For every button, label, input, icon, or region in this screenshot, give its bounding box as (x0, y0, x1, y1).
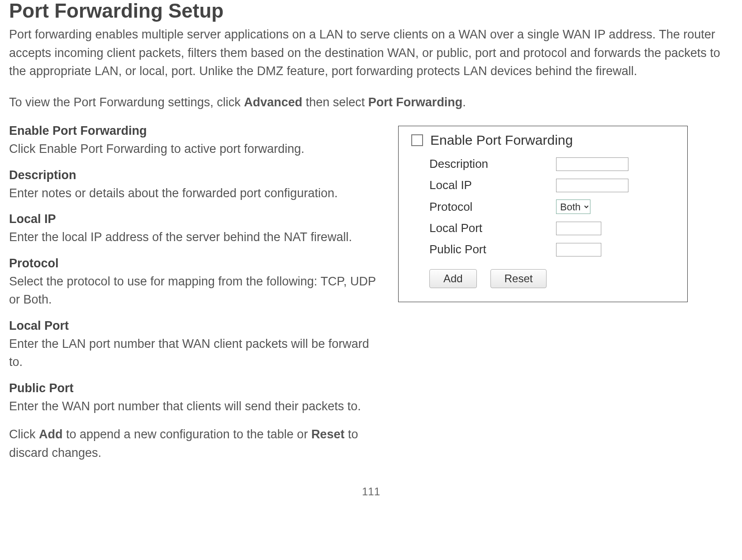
def-desc-enable: Click Enable Port Forwarding to active p… (9, 140, 380, 158)
enable-label: Enable Port Forwarding (430, 133, 573, 148)
local-port-input[interactable] (556, 222, 601, 235)
intro-paragraph: Port forwarding enables multiple server … (9, 25, 733, 81)
def-term-description: Description (9, 168, 380, 182)
public-port-label: Public Port (429, 242, 556, 256)
def-desc-publicport: Enter the WAN port number that clients w… (9, 397, 380, 416)
reset-button[interactable]: Reset (490, 269, 547, 288)
def-desc-localip: Enter the local IP address of the server… (9, 228, 380, 247)
def-term-enable: Enable Port Forwarding (9, 124, 380, 138)
checkbox-icon[interactable] (411, 134, 423, 146)
local-port-label: Local Port (429, 221, 556, 235)
nav-text-prefix: To view the Port Forwardung settings, cl… (9, 95, 244, 109)
nav-instruction: To view the Port Forwardung settings, cl… (9, 93, 733, 112)
port-forwarding-panel: Enable Port Forwarding Description Local… (398, 126, 688, 302)
closing-bold-add: Add (39, 427, 62, 441)
description-label: Description (429, 157, 556, 171)
local-ip-label: Local IP (429, 178, 556, 192)
public-port-input[interactable] (556, 243, 601, 256)
def-desc-localport: Enter the LAN port number that WAN clien… (9, 335, 380, 371)
nav-bold-advanced: Advanced (244, 95, 302, 109)
def-desc-protocol: Select the protocol to use for mapping f… (9, 272, 380, 309)
closing-prefix: Click (9, 427, 39, 441)
def-term-protocol: Protocol (9, 256, 380, 271)
closing-mid: to append a new configuration to the tab… (62, 427, 311, 441)
closing-instruction: Click Add to append a new configuration … (9, 425, 380, 462)
add-button[interactable]: Add (429, 269, 477, 288)
def-term-localip: Local IP (9, 212, 380, 226)
def-term-publicport: Public Port (9, 381, 380, 395)
protocol-select[interactable]: Both (556, 199, 590, 214)
definitions-column: Enable Port Forwarding Click Enable Port… (9, 124, 380, 472)
page-title: Port Forwarding Setup (9, 0, 733, 22)
def-term-localport: Local Port (9, 319, 380, 333)
description-input[interactable] (556, 157, 628, 171)
def-desc-description: Enter notes or details about the forward… (9, 184, 380, 203)
nav-bold-portforwarding: Port Forwarding (368, 95, 463, 109)
closing-bold-reset: Reset (311, 427, 345, 441)
protocol-label: Protocol (429, 200, 556, 214)
nav-text-mid: then select (302, 95, 368, 109)
enable-row[interactable]: Enable Port Forwarding (411, 133, 675, 148)
page-number: 111 (9, 485, 733, 498)
local-ip-input[interactable] (556, 179, 628, 192)
nav-text-suffix: . (462, 95, 466, 109)
